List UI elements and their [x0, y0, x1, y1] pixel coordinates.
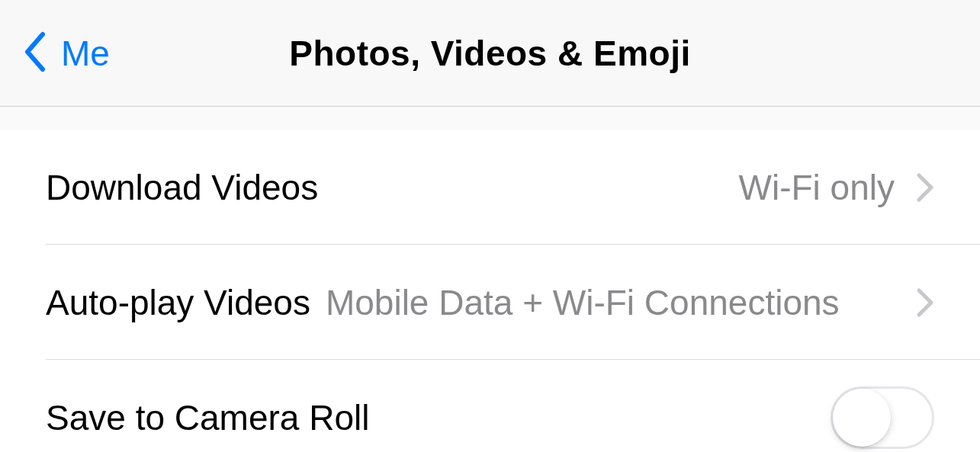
chevron-right-icon [916, 172, 934, 203]
autoplay-videos-label: Auto-play Videos [46, 282, 310, 323]
download-videos-row[interactable]: Download Videos Wi-Fi only [0, 130, 980, 245]
navigation-bar: Me Photos, Videos & Emoji [0, 0, 980, 107]
chevron-right-icon [916, 287, 934, 318]
page-title: Photos, Videos & Emoji [289, 33, 690, 74]
save-camera-roll-toggle[interactable] [831, 386, 934, 449]
settings-list: Download Videos Wi-Fi only Auto-play Vid… [0, 130, 980, 452]
back-button-label: Me [61, 33, 110, 74]
back-button[interactable]: Me [21, 31, 110, 75]
download-videos-label: Download Videos [46, 167, 318, 208]
chevron-left-icon [21, 31, 49, 75]
autoplay-videos-row[interactable]: Auto-play Videos Mobile Data + Wi-Fi Con… [0, 245, 980, 360]
save-camera-roll-label: Save to Camera Roll [46, 397, 369, 438]
save-camera-roll-row: Save to Camera Roll [0, 360, 980, 452]
autoplay-videos-value: Mobile Data + Wi-Fi Connections [326, 282, 895, 323]
download-videos-value: Wi-Fi only [739, 167, 895, 208]
toggle-knob [833, 389, 891, 447]
section-gap [0, 107, 980, 130]
